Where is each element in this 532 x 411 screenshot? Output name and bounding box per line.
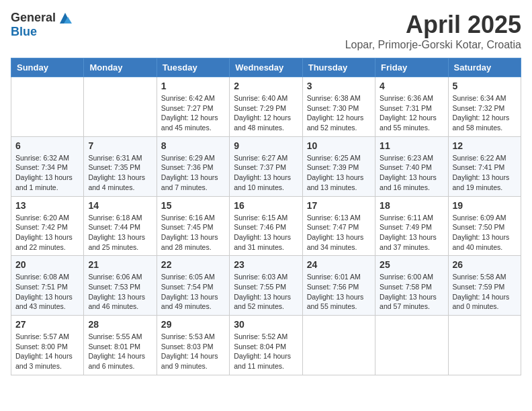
day-number: 18 <box>380 200 443 211</box>
day-number: 17 <box>307 200 371 211</box>
day-info: Sunrise: 6:01 AMSunset: 7:56 PMDaylight:… <box>307 272 371 312</box>
day-number: 20 <box>15 259 79 270</box>
day-number: 9 <box>234 140 298 151</box>
day-number: 26 <box>453 259 517 270</box>
calendar-cell: 16Sunrise: 6:15 AMSunset: 7:46 PMDayligh… <box>230 196 302 256</box>
calendar-cell: 23Sunrise: 6:03 AMSunset: 7:55 PMDayligh… <box>230 256 302 316</box>
day-info: Sunrise: 6:23 AMSunset: 7:40 PMDaylight:… <box>380 153 443 193</box>
logo-blue: Blue <box>11 25 37 39</box>
day-info: Sunrise: 6:09 AMSunset: 7:50 PMDaylight:… <box>453 213 517 253</box>
header-thursday: Thursday <box>302 58 375 77</box>
calendar-cell: 8Sunrise: 6:29 AMSunset: 7:36 PMDaylight… <box>157 136 229 196</box>
day-number: 4 <box>380 81 443 91</box>
day-info: Sunrise: 6:20 AMSunset: 7:42 PMDaylight:… <box>15 213 79 253</box>
day-info: Sunrise: 6:16 AMSunset: 7:45 PMDaylight:… <box>161 213 225 253</box>
logo-general: General <box>11 11 56 25</box>
subtitle: Lopar, Primorje-Gorski Kotar, Croatia <box>345 39 521 51</box>
day-number: 25 <box>380 259 443 270</box>
day-info: Sunrise: 6:27 AMSunset: 7:37 PMDaylight:… <box>234 153 298 193</box>
day-info: Sunrise: 5:57 AMSunset: 8:00 PMDaylight:… <box>15 332 79 371</box>
calendar-cell: 14Sunrise: 6:18 AMSunset: 7:44 PMDayligh… <box>84 196 157 256</box>
calendar-cell: 28Sunrise: 5:55 AMSunset: 8:01 PMDayligh… <box>84 316 157 375</box>
day-number: 7 <box>88 140 152 151</box>
day-number: 12 <box>453 140 517 151</box>
calendar-cell: 19Sunrise: 6:09 AMSunset: 7:50 PMDayligh… <box>448 196 521 256</box>
calendar-cell: 6Sunrise: 6:32 AMSunset: 7:34 PMDaylight… <box>11 136 84 196</box>
day-number: 16 <box>234 200 298 211</box>
day-info: Sunrise: 6:29 AMSunset: 7:36 PMDaylight:… <box>161 153 225 193</box>
calendar-cell <box>11 77 84 137</box>
day-info: Sunrise: 6:15 AMSunset: 7:46 PMDaylight:… <box>234 213 298 253</box>
calendar-cell: 17Sunrise: 6:13 AMSunset: 7:47 PMDayligh… <box>302 196 375 256</box>
calendar-cell: 13Sunrise: 6:20 AMSunset: 7:42 PMDayligh… <box>11 196 84 256</box>
calendar-cell: 9Sunrise: 6:27 AMSunset: 7:37 PMDaylight… <box>230 136 302 196</box>
day-number: 22 <box>161 259 225 270</box>
day-number: 2 <box>234 81 298 91</box>
month-title: April 2025 <box>345 11 521 39</box>
calendar-cell <box>302 316 375 375</box>
logo-icon <box>57 11 73 25</box>
day-info: Sunrise: 6:34 AMSunset: 7:32 PMDaylight:… <box>453 93 517 133</box>
day-info: Sunrise: 6:03 AMSunset: 7:55 PMDaylight:… <box>234 272 298 312</box>
calendar-week-1: 1Sunrise: 6:42 AMSunset: 7:27 PMDaylight… <box>11 77 521 137</box>
day-number: 15 <box>161 200 225 211</box>
header-saturday: Saturday <box>448 58 521 77</box>
calendar-cell: 5Sunrise: 6:34 AMSunset: 7:32 PMDaylight… <box>448 77 521 137</box>
day-info: Sunrise: 5:53 AMSunset: 8:03 PMDaylight:… <box>161 332 225 371</box>
day-info: Sunrise: 6:06 AMSunset: 7:53 PMDaylight:… <box>88 272 152 312</box>
day-info: Sunrise: 6:18 AMSunset: 7:44 PMDaylight:… <box>88 213 152 253</box>
calendar-cell: 27Sunrise: 5:57 AMSunset: 8:00 PMDayligh… <box>11 316 84 375</box>
calendar-week-5: 27Sunrise: 5:57 AMSunset: 8:00 PMDayligh… <box>11 316 521 375</box>
calendar-cell: 15Sunrise: 6:16 AMSunset: 7:45 PMDayligh… <box>157 196 229 256</box>
day-number: 29 <box>161 319 225 330</box>
calendar-cell <box>84 77 157 137</box>
day-number: 5 <box>453 81 517 91</box>
calendar-cell: 10Sunrise: 6:25 AMSunset: 7:39 PMDayligh… <box>302 136 375 196</box>
calendar-cell <box>448 316 521 375</box>
calendar-cell: 7Sunrise: 6:31 AMSunset: 7:35 PMDaylight… <box>84 136 157 196</box>
calendar-cell: 12Sunrise: 6:22 AMSunset: 7:41 PMDayligh… <box>448 136 521 196</box>
calendar-cell: 2Sunrise: 6:40 AMSunset: 7:29 PMDaylight… <box>230 77 302 137</box>
day-info: Sunrise: 6:32 AMSunset: 7:34 PMDaylight:… <box>15 153 79 193</box>
calendar-cell <box>375 316 448 375</box>
calendar-cell: 3Sunrise: 6:38 AMSunset: 7:30 PMDaylight… <box>302 77 375 137</box>
header-monday: Monday <box>84 58 157 77</box>
day-number: 14 <box>88 200 152 211</box>
calendar-cell: 21Sunrise: 6:06 AMSunset: 7:53 PMDayligh… <box>84 256 157 316</box>
day-number: 23 <box>234 259 298 270</box>
day-info: Sunrise: 6:05 AMSunset: 7:54 PMDaylight:… <box>161 272 225 312</box>
calendar-cell: 11Sunrise: 6:23 AMSunset: 7:40 PMDayligh… <box>375 136 448 196</box>
day-info: Sunrise: 5:55 AMSunset: 8:01 PMDaylight:… <box>88 332 152 371</box>
header-sunday: Sunday <box>11 58 84 77</box>
calendar: SundayMondayTuesdayWednesdayThursdayFrid… <box>11 58 521 375</box>
calendar-week-4: 20Sunrise: 6:08 AMSunset: 7:51 PMDayligh… <box>11 256 521 316</box>
calendar-cell: 26Sunrise: 5:58 AMSunset: 7:59 PMDayligh… <box>448 256 521 316</box>
calendar-cell: 25Sunrise: 6:00 AMSunset: 7:58 PMDayligh… <box>375 256 448 316</box>
calendar-cell: 24Sunrise: 6:01 AMSunset: 7:56 PMDayligh… <box>302 256 375 316</box>
day-info: Sunrise: 5:52 AMSunset: 8:04 PMDaylight:… <box>234 332 298 371</box>
day-number: 24 <box>307 259 371 270</box>
day-info: Sunrise: 5:58 AMSunset: 7:59 PMDaylight:… <box>453 272 517 312</box>
day-number: 10 <box>307 140 371 151</box>
calendar-cell: 4Sunrise: 6:36 AMSunset: 7:31 PMDaylight… <box>375 77 448 137</box>
calendar-cell: 29Sunrise: 5:53 AMSunset: 8:03 PMDayligh… <box>157 316 229 375</box>
header: General Blue April 2025 Lopar, Primorje-… <box>11 11 521 51</box>
day-number: 28 <box>88 319 152 330</box>
day-info: Sunrise: 6:00 AMSunset: 7:58 PMDaylight:… <box>380 272 443 312</box>
calendar-header-row: SundayMondayTuesdayWednesdayThursdayFrid… <box>11 58 521 77</box>
day-number: 27 <box>15 319 79 330</box>
day-number: 8 <box>161 140 225 151</box>
calendar-cell: 20Sunrise: 6:08 AMSunset: 7:51 PMDayligh… <box>11 256 84 316</box>
calendar-week-2: 6Sunrise: 6:32 AMSunset: 7:34 PMDaylight… <box>11 136 521 196</box>
calendar-cell: 18Sunrise: 6:11 AMSunset: 7:49 PMDayligh… <box>375 196 448 256</box>
header-friday: Friday <box>375 58 448 77</box>
day-number: 19 <box>453 200 517 211</box>
day-number: 11 <box>380 140 443 151</box>
day-info: Sunrise: 6:42 AMSunset: 7:27 PMDaylight:… <box>161 93 225 133</box>
day-number: 13 <box>15 200 79 211</box>
day-info: Sunrise: 6:22 AMSunset: 7:41 PMDaylight:… <box>453 153 517 193</box>
day-info: Sunrise: 6:40 AMSunset: 7:29 PMDaylight:… <box>234 93 298 133</box>
day-info: Sunrise: 6:08 AMSunset: 7:51 PMDaylight:… <box>15 272 79 312</box>
day-info: Sunrise: 6:38 AMSunset: 7:30 PMDaylight:… <box>307 93 371 133</box>
day-number: 30 <box>234 319 298 330</box>
